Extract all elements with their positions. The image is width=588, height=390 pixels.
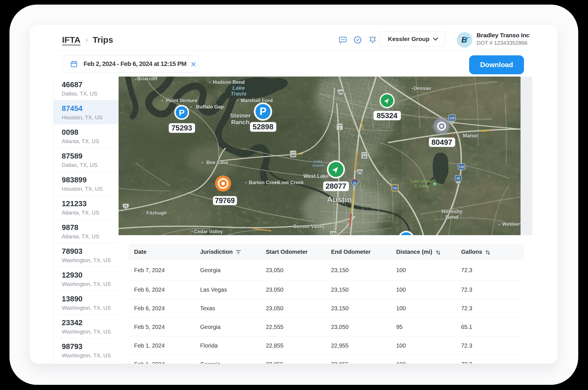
svg-text:28077: 28077 xyxy=(326,182,346,190)
svg-text:52898: 52898 xyxy=(253,122,273,131)
svg-text:79769: 79769 xyxy=(215,196,235,204)
svg-text:75293: 75293 xyxy=(171,124,192,132)
svg-text:80497: 80497 xyxy=(432,138,452,147)
svg-text:P: P xyxy=(260,106,266,117)
svg-text:85324: 85324 xyxy=(377,111,398,120)
svg-text:P: P xyxy=(179,108,185,117)
svg-text:T: T xyxy=(464,36,470,44)
